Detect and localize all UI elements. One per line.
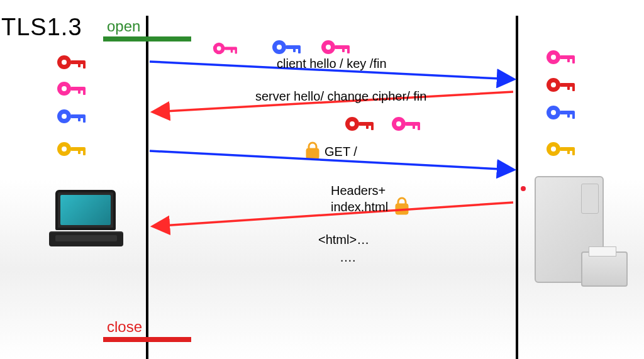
key-icon	[345, 116, 377, 132]
msg-client-hello: client hello / key /fin	[277, 57, 387, 71]
key-icon	[546, 49, 579, 65]
lock-icon	[304, 141, 321, 160]
msg-get: GET /	[325, 145, 357, 159]
key-icon	[213, 41, 240, 55]
msg-headers: Headers+	[331, 184, 386, 198]
server-icon	[528, 176, 629, 302]
msg-ellipsis: ….	[340, 250, 356, 265]
msg-html-body: <html>…	[318, 233, 369, 247]
key-icon	[57, 54, 89, 70]
close-label: close	[107, 318, 142, 336]
key-icon	[57, 80, 89, 97]
client-timeline	[146, 16, 148, 359]
key-icon	[546, 141, 579, 157]
key-icon	[57, 141, 89, 157]
msg-indexhtml: index.html	[331, 200, 388, 214]
dot-icon	[521, 186, 526, 191]
close-marker	[103, 337, 191, 342]
client-laptop-icon	[49, 190, 123, 253]
server-timeline	[516, 16, 518, 359]
key-icon	[546, 104, 579, 121]
diagram-title: TLS1.3	[1, 14, 82, 41]
msg-server-hello: server hello/ change cipher/ fin	[255, 89, 426, 104]
key-icon	[546, 77, 579, 93]
key-icon	[391, 116, 424, 132]
lock-icon	[394, 196, 410, 215]
open-label: open	[107, 18, 140, 35]
key-icon	[272, 39, 304, 55]
key-icon	[57, 108, 89, 124]
key-icon	[321, 39, 353, 55]
open-marker	[103, 36, 191, 41]
